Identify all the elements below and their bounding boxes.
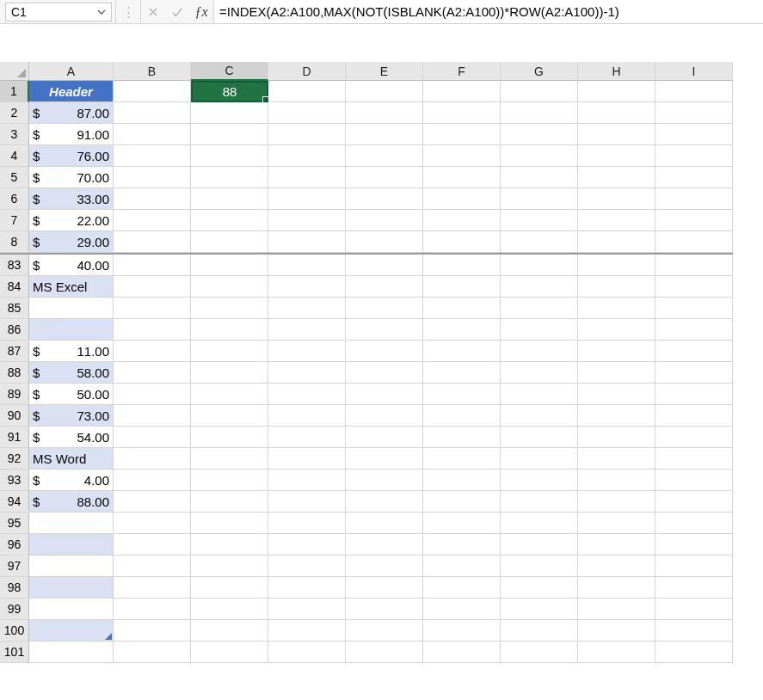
cell[interactable] bbox=[655, 642, 733, 663]
cell[interactable] bbox=[191, 577, 268, 599]
cell[interactable] bbox=[578, 577, 655, 599]
cell[interactable] bbox=[346, 362, 423, 384]
cell[interactable] bbox=[655, 298, 733, 319]
cell[interactable] bbox=[268, 577, 346, 599]
cell[interactable] bbox=[423, 599, 501, 620]
cell[interactable] bbox=[346, 81, 423, 102]
cell[interactable] bbox=[114, 298, 191, 319]
cell[interactable] bbox=[578, 405, 655, 427]
cell[interactable] bbox=[191, 642, 268, 663]
more-icon[interactable]: ⋮ bbox=[116, 0, 140, 23]
cell[interactable] bbox=[191, 231, 268, 253]
cell[interactable] bbox=[501, 167, 578, 188]
formula-input[interactable]: =INDEX(A2:A100,MAX(NOT(ISBLANK(A2:A100))… bbox=[213, 0, 763, 23]
cell[interactable] bbox=[578, 255, 655, 276]
cell[interactable] bbox=[29, 534, 114, 556]
cell[interactable] bbox=[29, 599, 114, 620]
row-header[interactable]: 100 bbox=[0, 620, 29, 642]
cell[interactable] bbox=[423, 298, 501, 319]
cell[interactable] bbox=[346, 210, 423, 231]
cell[interactable] bbox=[114, 319, 191, 341]
cell[interactable] bbox=[268, 319, 346, 341]
cell[interactable] bbox=[191, 599, 268, 620]
cell[interactable] bbox=[578, 231, 655, 253]
cell[interactable] bbox=[501, 231, 578, 253]
cell[interactable] bbox=[655, 534, 733, 556]
row-header[interactable]: 99 bbox=[0, 599, 29, 620]
cell[interactable] bbox=[578, 188, 655, 210]
cell[interactable] bbox=[578, 642, 655, 663]
cell[interactable] bbox=[578, 427, 655, 448]
selected-cell[interactable]: 88 bbox=[191, 81, 268, 102]
cell[interactable]: $73.00 bbox=[29, 405, 114, 427]
cell[interactable] bbox=[501, 577, 578, 599]
row-header[interactable]: 3 bbox=[0, 124, 29, 145]
cell[interactable] bbox=[578, 470, 655, 491]
cell[interactable] bbox=[268, 255, 346, 276]
cell[interactable] bbox=[501, 81, 578, 102]
cell[interactable] bbox=[423, 145, 501, 167]
cell[interactable]: $76.00 bbox=[29, 145, 114, 167]
cell[interactable] bbox=[655, 470, 733, 491]
row-header[interactable]: 96 bbox=[0, 534, 29, 556]
cell[interactable] bbox=[268, 448, 346, 470]
cell[interactable] bbox=[346, 319, 423, 341]
cell[interactable] bbox=[346, 427, 423, 448]
cell[interactable] bbox=[578, 491, 655, 513]
cell[interactable] bbox=[501, 427, 578, 448]
cell[interactable] bbox=[423, 167, 501, 188]
cell[interactable] bbox=[346, 124, 423, 145]
cell[interactable] bbox=[655, 145, 733, 167]
cell[interactable] bbox=[423, 188, 501, 210]
cell[interactable] bbox=[578, 319, 655, 341]
cell[interactable] bbox=[268, 470, 346, 491]
cell[interactable] bbox=[268, 491, 346, 513]
cell[interactable] bbox=[501, 298, 578, 319]
cell[interactable] bbox=[501, 188, 578, 210]
cell[interactable] bbox=[268, 556, 346, 577]
fx-icon[interactable]: ƒx bbox=[189, 0, 213, 23]
cell[interactable] bbox=[578, 298, 655, 319]
cell[interactable] bbox=[655, 124, 733, 145]
cell[interactable] bbox=[268, 620, 346, 642]
cell[interactable] bbox=[268, 405, 346, 427]
cell[interactable] bbox=[423, 341, 501, 362]
cell[interactable] bbox=[114, 491, 191, 513]
cell[interactable] bbox=[191, 534, 268, 556]
row-header[interactable]: 83 bbox=[0, 255, 29, 276]
row-header[interactable]: 5 bbox=[0, 167, 29, 188]
cell[interactable] bbox=[29, 577, 114, 599]
cell[interactable] bbox=[191, 188, 268, 210]
column-header[interactable]: A bbox=[29, 62, 114, 81]
cell[interactable] bbox=[423, 255, 501, 276]
cell[interactable] bbox=[191, 102, 268, 124]
cell[interactable] bbox=[655, 620, 733, 642]
row-header[interactable]: 91 bbox=[0, 427, 29, 448]
cell[interactable] bbox=[423, 470, 501, 491]
cell[interactable] bbox=[346, 145, 423, 167]
row-header[interactable]: 90 bbox=[0, 405, 29, 427]
cell[interactable] bbox=[268, 231, 346, 253]
row-header[interactable]: 93 bbox=[0, 470, 29, 491]
cell[interactable] bbox=[268, 362, 346, 384]
table-resize-handle-icon[interactable] bbox=[105, 633, 112, 640]
cell[interactable] bbox=[114, 276, 191, 298]
cell[interactable] bbox=[423, 319, 501, 341]
enter-icon[interactable] bbox=[165, 0, 189, 23]
cell[interactable] bbox=[268, 124, 346, 145]
cell[interactable] bbox=[578, 276, 655, 298]
cell[interactable] bbox=[346, 470, 423, 491]
cell[interactable] bbox=[268, 642, 346, 663]
row-header[interactable]: 6 bbox=[0, 188, 29, 210]
cell[interactable]: $87.00 bbox=[29, 102, 114, 124]
cell[interactable] bbox=[114, 405, 191, 427]
cell[interactable] bbox=[346, 167, 423, 188]
cell[interactable] bbox=[423, 102, 501, 124]
cell[interactable] bbox=[578, 210, 655, 231]
cell[interactable] bbox=[501, 491, 578, 513]
cell[interactable] bbox=[29, 620, 114, 642]
cell[interactable] bbox=[191, 167, 268, 188]
cell[interactable] bbox=[578, 145, 655, 167]
cell[interactable] bbox=[501, 384, 578, 405]
row-header[interactable]: 98 bbox=[0, 577, 29, 599]
